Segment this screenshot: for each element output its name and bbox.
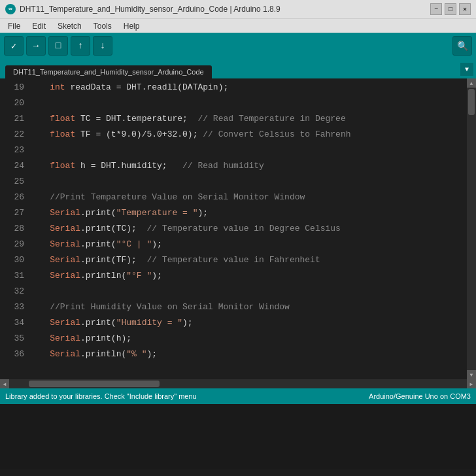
maximize-button[interactable]: □ <box>445 3 456 15</box>
verify-button[interactable]: ✓ <box>4 36 24 56</box>
code-editor[interactable]: int readData = DHT.readll(DATApin); floa… <box>29 78 467 379</box>
line-num-30: 30 <box>0 252 24 268</box>
title-bar: ∞ DHT11_Temperature_and_Humidity_sensor_… <box>0 0 476 18</box>
line-num-24: 24 <box>0 158 24 174</box>
line-num-19: 19 <box>0 80 24 95</box>
close-button[interactable]: ✕ <box>459 3 471 15</box>
open-button[interactable]: ↑ <box>71 36 90 56</box>
line-num-36: 36 <box>0 347 24 362</box>
tab-label: DHT11_Temperature_and_Humidity_sensor_Ar… <box>13 68 204 76</box>
code-line-23 <box>29 143 467 158</box>
code-line-36: Serial.println("% "); <box>29 347 467 362</box>
code-line-21: float TC = DHT.temperature; // Read Temp… <box>29 111 467 127</box>
code-line-27: Serial.print("Temperature = "); <box>29 205 467 221</box>
toolbar: ✓ → □ ↑ ↓ 🔍 <box>0 33 476 59</box>
code-line-22: float TF = (t*9.0)/5.0+32.0); // Convert… <box>29 127 467 143</box>
tab-dropdown-button[interactable]: ▼ <box>460 63 473 76</box>
line-num-21: 21 <box>0 111 24 127</box>
h-scroll-thumb[interactable] <box>29 381 160 387</box>
menu-tools[interactable]: Tools <box>88 20 117 32</box>
line-num-25: 25 <box>0 174 24 190</box>
line-numbers: 19 20 21 22 23 24 25 26 27 28 29 30 31 3… <box>0 78 29 379</box>
board-info: Arduino/Genuine Uno on COM3 <box>369 392 471 400</box>
code-line-29: Serial.print("°C | "); <box>29 237 467 252</box>
tab-bar: DHT11_Temperature_and_Humidity_sensor_Ar… <box>0 59 476 78</box>
scroll-left-button[interactable]: ◀ <box>0 379 9 388</box>
window-title: DHT11_Temperature_and_Humidity_sensor_Ar… <box>20 5 426 14</box>
code-line-25 <box>29 174 467 190</box>
window-controls: − □ ✕ <box>430 3 471 15</box>
menu-sketch[interactable]: Sketch <box>52 20 87 32</box>
code-line-26: //Print Tempareture Value on Serial Moni… <box>29 190 467 205</box>
menu-bar: File Edit Sketch Tools Help <box>0 18 476 33</box>
line-num-33: 33 <box>0 299 24 315</box>
scroll-up-button[interactable]: ▲ <box>467 78 476 88</box>
line-num-31: 31 <box>0 268 24 284</box>
new-button[interactable]: □ <box>48 36 68 56</box>
menu-edit[interactable]: Edit <box>27 20 51 32</box>
save-button[interactable]: ↓ <box>93 36 112 56</box>
scroll-track[interactable] <box>467 88 476 370</box>
menu-help[interactable]: Help <box>118 20 145 32</box>
vertical-scrollbar[interactable]: ▲ ▼ <box>467 78 476 379</box>
line-num-29: 29 <box>0 237 24 252</box>
code-line-30: Serial.print(TF); // Temperature value i… <box>29 252 467 268</box>
menu-file[interactable]: File <box>3 20 26 32</box>
line-num-23: 23 <box>0 143 24 158</box>
search-button[interactable]: 🔍 <box>452 36 472 56</box>
line-num-26: 26 <box>0 190 24 205</box>
code-line-34: Serial.print("Humidity = "); <box>29 315 467 331</box>
line-num-34: 34 <box>0 315 24 331</box>
upload-button[interactable]: → <box>26 36 46 56</box>
line-num-27: 27 <box>0 205 24 221</box>
code-line-33: //Print Humidity Value on Serial Monitor… <box>29 299 467 315</box>
code-line-35: Serial.print(h); <box>29 331 467 347</box>
scroll-right-button[interactable]: ▶ <box>467 379 476 388</box>
app-logo: ∞ <box>5 4 16 14</box>
code-line-20 <box>29 95 467 111</box>
code-line-19: int readData = DHT.readll(DATApin); <box>29 80 467 95</box>
line-num-28: 28 <box>0 221 24 237</box>
code-line-24: float h = DHT.humidity; // Read humidity <box>29 158 467 174</box>
code-area: 19 20 21 22 23 24 25 26 27 28 29 30 31 3… <box>0 78 476 379</box>
scroll-down-button[interactable]: ▼ <box>467 370 476 379</box>
code-line-32 <box>29 284 467 299</box>
status-bar: Library added to your libraries. Check "… <box>0 388 476 404</box>
code-line-28: Serial.print(TC); // Temperature value i… <box>29 221 467 237</box>
line-num-35: 35 <box>0 331 24 347</box>
bottom-panel <box>0 404 476 469</box>
line-num-22: 22 <box>0 127 24 143</box>
code-line-31: Serial.println("°F "); <box>29 268 467 284</box>
scroll-thumb[interactable] <box>468 89 475 115</box>
horizontal-scrollbar[interactable]: ◀ ▶ <box>0 379 476 388</box>
line-num-32: 32 <box>0 284 24 299</box>
line-num-20: 20 <box>0 95 24 111</box>
status-message: Library added to your libraries. Check "… <box>5 392 197 400</box>
h-scroll-track[interactable] <box>9 379 467 388</box>
active-tab[interactable]: DHT11_Temperature_and_Humidity_sensor_Ar… <box>5 65 212 78</box>
minimize-button[interactable]: − <box>430 3 442 15</box>
